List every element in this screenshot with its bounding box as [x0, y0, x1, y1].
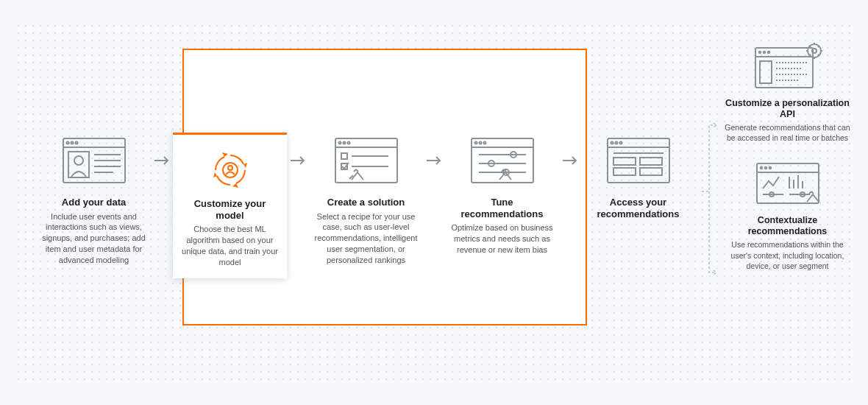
output-title: Contextualize recommendations [723, 215, 852, 237]
svg-point-49 [758, 52, 761, 54]
svg-point-2 [66, 142, 68, 144]
svg-marker-13 [243, 163, 247, 168]
output-desc: Use recommendations within the user's co… [723, 239, 852, 271]
step-title: Add your data [40, 197, 147, 208]
checklist-icon [330, 133, 403, 188]
grid-icon [602, 133, 675, 188]
svg-point-21 [347, 142, 349, 144]
profile-icon [57, 133, 131, 188]
svg-point-12 [228, 166, 232, 170]
sync-user-icon [193, 148, 267, 192]
svg-rect-52 [760, 61, 772, 83]
output-desc: Generate recommendations that can be acc… [723, 122, 852, 143]
svg-point-62 [764, 167, 766, 169]
step-add-data: Add your data Include user events and in… [37, 133, 151, 266]
arrow-icon [423, 133, 445, 188]
svg-point-61 [760, 167, 762, 169]
svg-point-29 [479, 142, 481, 144]
svg-point-30 [483, 142, 485, 144]
svg-rect-22 [341, 153, 347, 159]
svg-marker-16 [222, 152, 228, 157]
sliders-icon [466, 133, 539, 188]
arrow-icon [559, 133, 581, 188]
step-customize-model: Customize your model Choose the best ML … [173, 133, 287, 278]
step-title: Create a solution [313, 197, 419, 208]
svg-point-19 [338, 142, 341, 144]
step-create-solution: Create a solution Select a recipe for yo… [309, 133, 423, 266]
svg-point-41 [619, 142, 622, 144]
svg-rect-46 [640, 168, 662, 175]
svg-rect-45 [613, 168, 636, 175]
dashboard-icon [751, 158, 825, 209]
svg-point-63 [769, 167, 771, 169]
svg-rect-44 [640, 158, 662, 165]
svg-point-51 [767, 52, 769, 54]
svg-point-40 [615, 142, 617, 144]
outputs-column: Customize a personalization API Generate… [723, 40, 852, 271]
arrow-icon [287, 133, 309, 188]
output-title: Customize a personalization API [723, 98, 852, 120]
step-title: Access your recommendations [585, 197, 691, 219]
output-contextualize: Contextualize recommendations Use recomm… [723, 158, 852, 271]
output-api: Customize a personalization API Generate… [723, 40, 852, 143]
svg-point-6 [74, 156, 83, 165]
step-desc: Include user events and interactions suc… [40, 211, 147, 266]
step-desc: Select a recipe for your use case, such … [313, 211, 419, 266]
api-gear-icon [751, 40, 825, 92]
svg-point-28 [474, 142, 477, 144]
svg-point-3 [71, 142, 73, 144]
step-desc: Choose the best ML algorithm based on yo… [180, 224, 280, 267]
branch-connector [700, 110, 721, 295]
svg-point-50 [763, 52, 765, 54]
svg-rect-43 [613, 158, 636, 165]
svg-point-39 [611, 142, 613, 144]
step-title: Tune recommendations [449, 197, 555, 219]
arrow-icon [151, 133, 173, 188]
diagram-canvas: Add your data Include user events and in… [0, 0, 868, 405]
step-desc: Optimize based on business metrics and n… [449, 222, 555, 256]
step-tune: Tune recommendations Optimize based on b… [445, 133, 559, 256]
svg-point-20 [343, 142, 345, 144]
step-title: Customize your model [180, 198, 280, 221]
svg-marker-14 [232, 183, 238, 188]
svg-point-58 [812, 49, 817, 53]
svg-rect-17 [335, 138, 397, 183]
step-access: Access your recommendations [581, 133, 695, 222]
svg-point-4 [75, 142, 77, 144]
svg-marker-15 [213, 172, 217, 177]
